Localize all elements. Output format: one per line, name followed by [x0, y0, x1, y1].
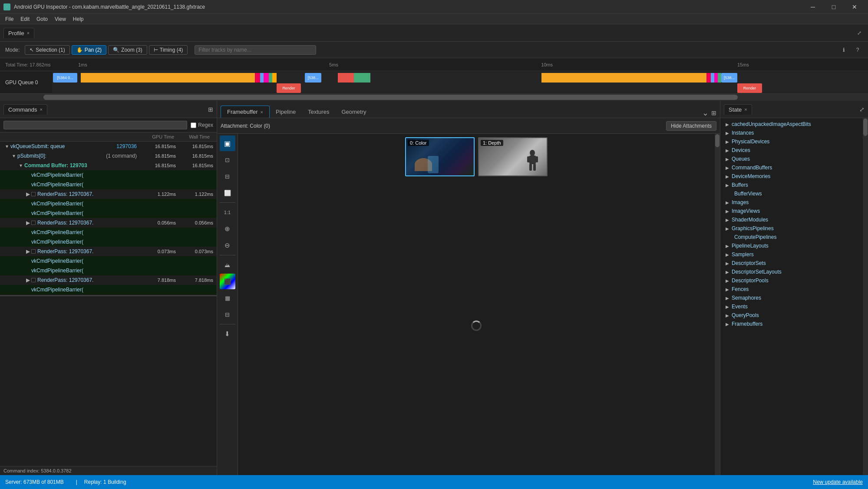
- fb-right-scrollbar-thumb[interactable]: [715, 134, 719, 147]
- color-thumbnail[interactable]: 0: Color: [405, 137, 475, 176]
- state-scrollbar[interactable]: [863, 118, 868, 475]
- state-item-devmem[interactable]: ▶ DeviceMemories: [720, 172, 868, 181]
- fb-more-button[interactable]: ⌄: [702, 108, 709, 118]
- menu-file[interactable]: File: [2, 15, 17, 23]
- tree-row-7[interactable]: vkCmdPipelineBarrier(: [0, 208, 217, 218]
- state-expand-button[interactable]: ⤢: [859, 106, 865, 113]
- state-item-framebuffers[interactable]: ▶ Framebuffers: [720, 320, 868, 328]
- state-item-fences[interactable]: ▶ Fences: [720, 285, 868, 294]
- state-tab[interactable]: State ×: [724, 104, 752, 115]
- tree-row-9[interactable]: vkCmdPipelineBarrier(: [0, 228, 217, 237]
- state-item-physical[interactable]: ▶ PhysicalDevices: [720, 137, 868, 146]
- tree-row-0[interactable]: ▾ vkQueueSubmit: queue 1297036 16.815ms …: [0, 142, 217, 151]
- fb-tool-overlay[interactable]: ⊟: [220, 307, 235, 322]
- fb-tool-zoom-out[interactable]: ⊖: [220, 238, 235, 253]
- fb-tool-zoom-in[interactable]: ⊕: [220, 221, 235, 237]
- commands-tree[interactable]: ▾ vkQueueSubmit: queue 1297036 16.815ms …: [0, 142, 217, 466]
- state-item-shadermodules[interactable]: ▶ ShaderModules: [720, 215, 868, 224]
- state-item-descsetlayouts[interactable]: ▶ DescriptorSetLayouts: [720, 268, 868, 276]
- state-item-cmdbuffers[interactable]: ▶ CommandBuffers: [720, 163, 868, 172]
- tab-pipeline[interactable]: Pipeline: [270, 106, 302, 118]
- tree-row-5[interactable]: ▶ RenderPass: 12970367. 1.122ms 1.122ms: [0, 189, 217, 199]
- state-item-cached[interactable]: ▶ cachedUnpackedImageAspectBits: [720, 120, 868, 129]
- tree-row-12[interactable]: vkCmdPipelineBarrier(: [0, 256, 217, 266]
- fb-tool-color[interactable]: ▣: [220, 135, 235, 151]
- tree-row-11[interactable]: ▶ RenderPass: 12970367. 0.073ms 0.073ms: [0, 247, 217, 256]
- state-item-buffers[interactable]: ▶ Buffers: [720, 181, 868, 189]
- row-link-0[interactable]: 1297036: [116, 143, 137, 149]
- commands-tab-close[interactable]: ×: [40, 107, 42, 112]
- tree-row-13[interactable]: vkCmdPipelineBarrier(: [0, 266, 217, 275]
- state-item-imageviews[interactable]: ▶ ImageViews: [720, 207, 868, 215]
- commands-tab[interactable]: Commands ×: [3, 104, 47, 115]
- tree-row-3[interactable]: vkCmdPipelineBarrier(: [0, 170, 217, 180]
- state-item-gpipelines[interactable]: ▶ GraphicsPipelines: [720, 224, 868, 233]
- state-item-devices[interactable]: ▶ Devices: [720, 146, 868, 155]
- profile-tab-close[interactable]: ×: [27, 30, 30, 36]
- timeline-scrollbar[interactable]: [0, 94, 868, 101]
- state-item-semaphores[interactable]: ▶ Semaphores: [720, 294, 868, 302]
- state-item-instances[interactable]: ▶ Instances: [720, 129, 868, 137]
- info-button[interactable]: ℹ: [838, 45, 849, 55]
- regex-checkbox-label[interactable]: Regex: [191, 122, 213, 128]
- state-item-samplers[interactable]: ▶ Samplers: [720, 250, 868, 259]
- menu-help[interactable]: Help: [69, 15, 87, 23]
- fb-tool-select[interactable]: ⬜: [220, 185, 235, 201]
- zoom-mode-button[interactable]: 🔍 Zoom (3): [108, 45, 147, 55]
- timing-mode-button[interactable]: ⊢ Timing (4): [149, 45, 188, 55]
- fb-tool-checkerboard[interactable]: ▦: [220, 290, 235, 306]
- profile-tab[interactable]: Profile ×: [3, 28, 34, 38]
- fb-tool-depth[interactable]: ⊟: [220, 169, 235, 184]
- tree-row-10[interactable]: vkCmdPipelineBarrier(: [0, 237, 217, 247]
- state-item-queues[interactable]: ▶ Queues: [720, 155, 868, 163]
- tab-textures[interactable]: Textures: [302, 106, 335, 118]
- menu-goto[interactable]: Goto: [33, 15, 51, 23]
- update-link[interactable]: New update available: [813, 479, 863, 485]
- state-item-querypools[interactable]: ▶ QueryPools: [720, 311, 868, 320]
- commands-expand-button[interactable]: ⊞: [208, 106, 213, 113]
- state-item-events[interactable]: ▶ Events: [720, 302, 868, 311]
- fb-tool-histogram[interactable]: ⛰: [220, 257, 235, 273]
- state-tree[interactable]: ▶ cachedUnpackedImageAspectBits ▶ Instan…: [720, 118, 868, 475]
- state-item-images[interactable]: ▶ Images: [720, 198, 868, 207]
- fb-tool-save[interactable]: ⬇: [220, 326, 235, 342]
- tree-row-1[interactable]: ▾ pSubmits[0]: (1 command) 16.815ms 16.8…: [0, 151, 217, 161]
- help-button[interactable]: ?: [852, 45, 863, 55]
- state-item-descsets[interactable]: ▶ DescriptorSets: [720, 259, 868, 268]
- state-item-bufferviews[interactable]: BufferViews: [720, 189, 868, 198]
- regex-checkbox[interactable]: [191, 122, 196, 128]
- tree-row-6[interactable]: vkCmdPipelineBarrier(: [0, 199, 217, 208]
- fb-right-scrollbar[interactable]: [715, 134, 720, 475]
- state-item-pipelinelayouts[interactable]: ▶ PipelineLayouts: [720, 241, 868, 250]
- depth-thumbnail[interactable]: 1: Depth: [478, 137, 548, 176]
- state-item-descpools[interactable]: ▶ DescriptorPools: [720, 276, 868, 285]
- hide-attachments-button[interactable]: Hide Attachments: [666, 121, 716, 131]
- state-item-cpipelines[interactable]: ComputePipelines: [720, 233, 868, 241]
- profile-expand-button[interactable]: ⤢: [854, 28, 865, 38]
- fb-tool-channels[interactable]: ⬛: [220, 274, 235, 289]
- state-tab-close[interactable]: ×: [744, 107, 747, 112]
- tree-row-8[interactable]: ▶ RenderPass: 12970367. 0.056ms 0.056ms: [0, 218, 217, 228]
- pan-mode-button[interactable]: ✋ Pan (2): [72, 45, 106, 55]
- tree-row-2[interactable]: ▾ Command Buffer: 129703 16.815ms 16.815…: [0, 161, 217, 170]
- maximize-button[interactable]: □: [824, 0, 844, 14]
- tree-row-14[interactable]: ▶ RenderPass: 12970367. 7.818ms 7.818ms: [0, 275, 217, 285]
- selection-mode-button[interactable]: ↖ Selection (1): [25, 45, 69, 55]
- timeline-scrollbar-thumb[interactable]: [43, 95, 738, 100]
- tab-geometry[interactable]: Geometry: [335, 106, 372, 118]
- fb-tool-zoom-reset[interactable]: 1:1: [220, 205, 235, 220]
- fb-expand-button[interactable]: ⊞: [711, 109, 716, 116]
- gpu-queue-track[interactable]: [5384 0... [5384 0 0 1110] (2280x1080) R…: [52, 72, 868, 93]
- tab-framebuffer[interactable]: Framebuffer ×: [221, 106, 270, 118]
- close-button[interactable]: ✕: [845, 0, 865, 14]
- minimize-button[interactable]: ─: [803, 0, 823, 14]
- state-scrollbar-thumb[interactable]: [863, 119, 868, 136]
- commands-search-input[interactable]: [3, 121, 187, 129]
- tab-framebuffer-close[interactable]: ×: [261, 109, 263, 115]
- filter-tracks-input[interactable]: [195, 45, 316, 55]
- menu-edit[interactable]: Edit: [17, 15, 33, 23]
- tree-row-15[interactable]: vkCmdPipelineBarrier(: [0, 285, 217, 294]
- tree-row-4[interactable]: vkCmdPipelineBarrier(: [0, 180, 217, 189]
- fb-tool-wireframe[interactable]: ⊡: [220, 152, 235, 168]
- menu-view[interactable]: View: [51, 15, 69, 23]
